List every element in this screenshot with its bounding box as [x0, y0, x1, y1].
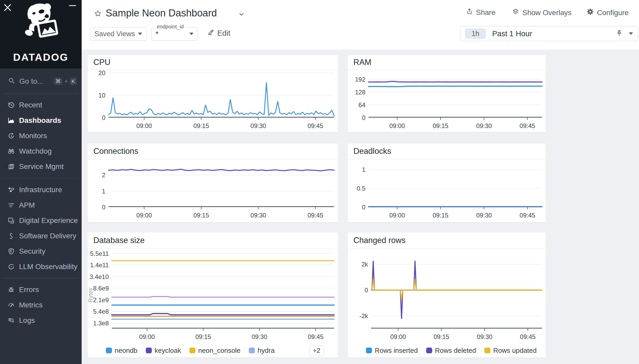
- legend-item-neon-console[interactable]: neon_console: [189, 347, 240, 355]
- legend-item-keycloak[interactable]: keycloak: [146, 347, 181, 355]
- svg-text:09:15: 09:15: [195, 333, 211, 340]
- legend-label: Rows inserted: [375, 347, 418, 355]
- chart-legend: Rows insertedRows deletedRows updated: [348, 343, 546, 358]
- panel-title: CPU: [88, 55, 338, 70]
- panel-title: Changed rows: [348, 232, 546, 249]
- svg-text:0: 0: [102, 114, 105, 121]
- svg-text:09:45: 09:45: [520, 333, 536, 340]
- svg-text:09:30: 09:30: [250, 212, 266, 219]
- svg-text:5.4e8: 5.4e8: [93, 308, 109, 315]
- chart-plot-connections[interactable]: 01209:0009:1509:3009:45: [88, 159, 338, 222]
- svg-text:09:15: 09:15: [433, 122, 448, 129]
- svg-text:Bytes: Bytes: [88, 288, 94, 302]
- svg-text:3.4e10: 3.4e10: [90, 273, 109, 280]
- svg-text:2k: 2k: [361, 261, 368, 268]
- svg-text:8.6e9: 8.6e9: [93, 285, 109, 292]
- series-extra-db-1: [112, 296, 334, 297]
- legend-item-rows-updated[interactable]: Rows updated: [484, 347, 536, 355]
- svg-text:0: 0: [365, 287, 368, 294]
- svg-text:09:00: 09:00: [139, 333, 155, 340]
- svg-text:09:15: 09:15: [193, 212, 209, 219]
- panel-title: Deadlocks: [348, 143, 546, 159]
- chart-plot-database-size[interactable]: 1.3e85.4e82.1e98.6e93.4e101.4e115.5e11By…: [88, 249, 338, 342]
- legend-color-chip: [106, 348, 112, 353]
- panel-changed-rows: Changed rows-2k02k09:0009:1509:3009:45Ro…: [347, 232, 546, 358]
- svg-text:09:30: 09:30: [252, 333, 267, 340]
- svg-text:1: 1: [102, 188, 105, 195]
- svg-text:10: 10: [98, 92, 105, 99]
- panel-title: Database size: [88, 232, 338, 249]
- svg-text:09:15: 09:15: [433, 333, 449, 340]
- chart-plot-ram[interactable]: 06412819209:0009:1509:3009:45: [348, 70, 546, 132]
- svg-text:09:45: 09:45: [308, 122, 323, 129]
- svg-text:20: 20: [98, 70, 105, 76]
- legend-item-neondb[interactable]: neondb: [106, 347, 137, 355]
- panel-title: RAM: [348, 55, 546, 70]
- series-rows-updated: [371, 279, 542, 300]
- panel-connections: Connections01209:0009:1509:3009:45: [87, 143, 338, 222]
- legend-label: Rows deleted: [435, 347, 476, 355]
- svg-text:09:30: 09:30: [476, 212, 492, 219]
- chart-legend: neondbkeycloakneon_consolehydra+2: [88, 343, 338, 358]
- series-ram-other: [369, 86, 542, 87]
- svg-text:09:15: 09:15: [433, 212, 448, 219]
- legend-color-chip: [249, 348, 255, 353]
- legend-more-button[interactable]: +2: [309, 345, 324, 356]
- legend-label: Rows updated: [493, 347, 536, 355]
- svg-text:09:00: 09:00: [136, 122, 152, 129]
- panel-ram: RAM06412819209:0009:1509:3009:45: [347, 55, 546, 132]
- legend-color-chip: [484, 348, 490, 353]
- svg-text:1: 1: [362, 166, 365, 173]
- svg-text:192: 192: [355, 76, 365, 83]
- legend-label: hydra: [258, 347, 275, 355]
- svg-text:1.4e11: 1.4e11: [90, 262, 109, 269]
- series-ram-used: [369, 81, 542, 82]
- svg-text:5.5e11: 5.5e11: [90, 250, 109, 257]
- svg-text:09:00: 09:00: [389, 122, 405, 129]
- svg-text:09:15: 09:15: [193, 122, 209, 129]
- series-cpu: [108, 83, 334, 116]
- chart-plot-cpu[interactable]: 0102009:0009:1509:3009:45: [88, 70, 338, 132]
- svg-text:0: 0: [362, 114, 365, 121]
- panel-cpu: CPU0102009:0009:1509:3009:45: [87, 55, 338, 132]
- panel-deadlocks: Deadlocks00.5109:0009:1509:3009:45: [347, 143, 546, 222]
- svg-text:2: 2: [102, 172, 105, 179]
- svg-text:09:00: 09:00: [389, 212, 405, 219]
- svg-text:128: 128: [355, 89, 365, 96]
- svg-text:09:00: 09:00: [390, 333, 406, 340]
- svg-text:09:45: 09:45: [520, 212, 535, 219]
- svg-text:09:45: 09:45: [308, 212, 323, 219]
- chart-plot-deadlocks[interactable]: 00.5109:0009:1509:3009:45: [348, 159, 546, 222]
- dashboard-grid: CPU0102009:0009:1509:3009:45RAM064128192…: [0, 0, 639, 364]
- svg-text:09:30: 09:30: [250, 122, 266, 129]
- series-connections: [108, 169, 334, 171]
- legend-label: keycloak: [155, 347, 181, 355]
- chart-plot-changed-rows[interactable]: -2k02k09:0009:1509:3009:45: [348, 249, 546, 342]
- svg-text:-2k: -2k: [359, 312, 368, 319]
- svg-text:09:45: 09:45: [520, 122, 535, 129]
- legend-color-chip: [146, 348, 152, 353]
- svg-text:0: 0: [102, 204, 105, 211]
- svg-text:2.1e9: 2.1e9: [93, 296, 109, 304]
- series-keycloak: [112, 314, 334, 315]
- legend-item-rows-deleted[interactable]: Rows deleted: [426, 347, 476, 355]
- svg-text:09:30: 09:30: [477, 333, 492, 340]
- svg-text:09:45: 09:45: [308, 333, 323, 340]
- svg-text:0: 0: [362, 204, 365, 211]
- legend-item-rows-inserted[interactable]: Rows inserted: [366, 347, 418, 355]
- legend-color-chip: [366, 348, 372, 353]
- legend-item-hydra[interactable]: hydra: [249, 347, 275, 355]
- panel-title: Connections: [88, 143, 338, 159]
- panel-database-size: Database size1.3e85.4e82.1e98.6e93.4e101…: [87, 232, 338, 358]
- legend-color-chip: [426, 348, 432, 353]
- legend-label: neondb: [115, 347, 137, 355]
- svg-text:09:30: 09:30: [476, 122, 492, 129]
- svg-text:1.3e8: 1.3e8: [93, 320, 109, 327]
- legend-label: neon_console: [198, 347, 240, 355]
- svg-text:0.5: 0.5: [357, 185, 365, 192]
- legend-color-chip: [189, 348, 195, 353]
- svg-text:09:00: 09:00: [136, 212, 152, 219]
- svg-text:64: 64: [358, 101, 365, 108]
